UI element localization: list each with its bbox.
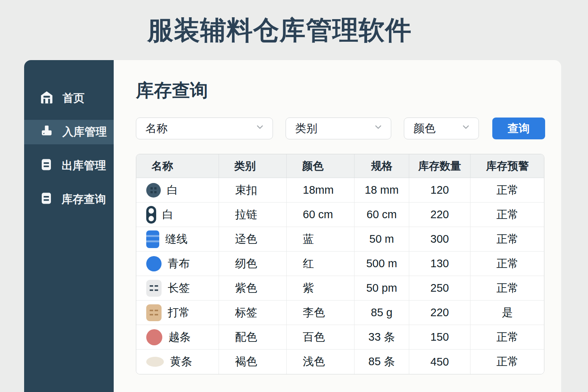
cell-color: 百色 bbox=[287, 325, 354, 349]
cell-spec: 85 条 bbox=[354, 350, 409, 374]
cell-color: 18mm bbox=[287, 178, 354, 202]
item-name: 缝线 bbox=[165, 232, 188, 247]
cell-status: 正常 bbox=[470, 252, 544, 276]
cell-name: 白 bbox=[136, 178, 219, 202]
elastic-cord-icon bbox=[146, 329, 162, 345]
tag-icon bbox=[146, 304, 162, 321]
sidebar-item-inventory-query[interactable]: 库存查询 bbox=[24, 187, 114, 212]
cell-name: 黄条 bbox=[136, 350, 219, 374]
cell-spec: 50 m bbox=[354, 227, 409, 251]
cell-status: 正常 bbox=[470, 178, 544, 202]
cell-category: 拉链 bbox=[219, 203, 287, 227]
page-title: 服装辅料仓库管理软件 bbox=[0, 13, 559, 48]
cell-color: 蓝 bbox=[287, 227, 354, 251]
cell-spec: 85 g bbox=[354, 301, 409, 325]
item-name: 长签 bbox=[168, 281, 190, 296]
item-name: 越条 bbox=[168, 330, 191, 345]
inventory-table: 名称 类别 颜色 规格 库存数量 库存预警 白束扣18mm18 mm120正常白… bbox=[136, 154, 544, 374]
column-header-spec: 规格 bbox=[354, 154, 409, 178]
cell-status: 是 bbox=[470, 301, 544, 325]
thread-spool-icon bbox=[146, 230, 159, 248]
table-row: 青布纫色红500 m130正常 bbox=[136, 252, 544, 276]
cell-category: 标签 bbox=[219, 301, 287, 325]
cell-spec: 50 pm bbox=[354, 276, 409, 300]
cell-quantity: 450 bbox=[409, 350, 470, 374]
cell-quantity: 250 bbox=[409, 276, 470, 300]
cell-quantity: 220 bbox=[409, 203, 470, 227]
column-header-name: 名称 bbox=[136, 154, 219, 178]
cell-category: 迳色 bbox=[219, 227, 287, 251]
cell-quantity: 120 bbox=[409, 178, 470, 202]
table-row: 白束扣18mm18 mm120正常 bbox=[136, 178, 544, 203]
outbound-doc-icon bbox=[39, 158, 53, 174]
cell-quantity: 220 bbox=[409, 301, 470, 325]
sidebar-item-label: 入库管理 bbox=[62, 124, 107, 140]
cell-category: 束扣 bbox=[219, 178, 287, 202]
column-header-quantity: 库存数量 bbox=[409, 154, 470, 178]
item-name: 黄条 bbox=[170, 354, 192, 369]
cell-name: 白 bbox=[136, 203, 219, 227]
cell-color: 60 cm bbox=[287, 203, 354, 227]
cell-color: 浅色 bbox=[287, 350, 354, 374]
sidebar-item-inbound[interactable]: 入库管理 bbox=[24, 120, 114, 144]
color-filter-dropdown[interactable]: 颜色 bbox=[404, 118, 479, 139]
label-icon bbox=[146, 280, 162, 297]
filter-bar: 名称 类别 颜色 查询 bbox=[136, 118, 561, 139]
cell-name: 越条 bbox=[136, 325, 219, 349]
cell-category: 褐色 bbox=[219, 350, 287, 374]
cell-status: 正常 bbox=[470, 227, 544, 251]
table-row: 白拉链60 cm60 cm220正常 bbox=[136, 203, 544, 227]
sidebar-item-outbound[interactable]: 出库管理 bbox=[24, 154, 114, 178]
item-name: 青布 bbox=[168, 256, 190, 271]
zipper-icon bbox=[146, 206, 156, 224]
home-icon bbox=[39, 90, 54, 107]
cell-quantity: 130 bbox=[409, 252, 470, 276]
category-filter-dropdown[interactable]: 类别 bbox=[286, 118, 391, 139]
column-header-color: 颜色 bbox=[287, 154, 354, 178]
chevron-down-icon bbox=[255, 122, 265, 135]
cell-name: 缝线 bbox=[136, 227, 219, 251]
cell-quantity: 300 bbox=[409, 227, 470, 251]
cell-spec: 18 mm bbox=[354, 178, 409, 202]
button-icon bbox=[146, 183, 161, 198]
table-body: 白束扣18mm18 mm120正常白拉链60 cm60 cm220正常缝线迳色蓝… bbox=[136, 178, 544, 374]
cell-category: 配色 bbox=[219, 325, 287, 349]
cell-color: 李色 bbox=[287, 301, 354, 325]
table-row: 越条配色百色33 条150正常 bbox=[136, 325, 544, 350]
table-row: 长签紫色紫50 pm250正常 bbox=[136, 276, 544, 301]
item-name: 打常 bbox=[168, 305, 190, 320]
item-name: 白 bbox=[167, 183, 178, 198]
chevron-down-icon bbox=[461, 122, 471, 135]
color-filter-label: 颜色 bbox=[413, 121, 436, 136]
sidebar-item-label: 库存查询 bbox=[62, 192, 106, 207]
cell-color: 红 bbox=[287, 252, 354, 276]
main-panel: 库存查询 名称 类别 颜色 查询 名称 类别 颜色 规格 库存数量 bbox=[114, 60, 561, 392]
chevron-down-icon bbox=[373, 122, 383, 135]
sidebar: 首页入库管理出库管理库存查询 bbox=[24, 60, 114, 392]
cell-status: 正常 bbox=[470, 276, 544, 300]
sidebar-item-label: 出库管理 bbox=[62, 158, 106, 173]
name-filter-label: 名称 bbox=[145, 121, 168, 136]
cell-spec: 60 cm bbox=[354, 203, 409, 227]
fabric-roll-icon bbox=[146, 256, 162, 271]
cell-quantity: 150 bbox=[409, 325, 470, 349]
name-filter-dropdown[interactable]: 名称 bbox=[136, 118, 273, 139]
cell-status: 正常 bbox=[470, 350, 544, 374]
sidebar-item-label: 首页 bbox=[62, 91, 85, 106]
cell-name: 长签 bbox=[136, 276, 219, 300]
item-name: 白 bbox=[162, 207, 173, 222]
category-filter-label: 类别 bbox=[295, 121, 317, 136]
sidebar-item-home[interactable]: 首页 bbox=[24, 86, 114, 111]
ribbon-icon bbox=[146, 357, 164, 367]
cell-name: 打常 bbox=[136, 301, 219, 325]
table-row: 打常标签李色85 g220是 bbox=[136, 301, 544, 325]
column-header-alert: 库存预警 bbox=[470, 154, 544, 178]
column-header-category: 类别 bbox=[219, 154, 287, 178]
cell-status: 正常 bbox=[470, 203, 544, 227]
table-header-row: 名称 类别 颜色 规格 库存数量 库存预警 bbox=[136, 154, 544, 178]
query-button[interactable]: 查询 bbox=[492, 118, 545, 139]
cell-color: 紫 bbox=[287, 276, 354, 300]
section-heading: 库存查询 bbox=[136, 78, 561, 103]
table-row: 缝线迳色蓝50 m300正常 bbox=[136, 227, 544, 252]
table-row: 黄条褐色浅色85 条450正常 bbox=[136, 350, 544, 374]
